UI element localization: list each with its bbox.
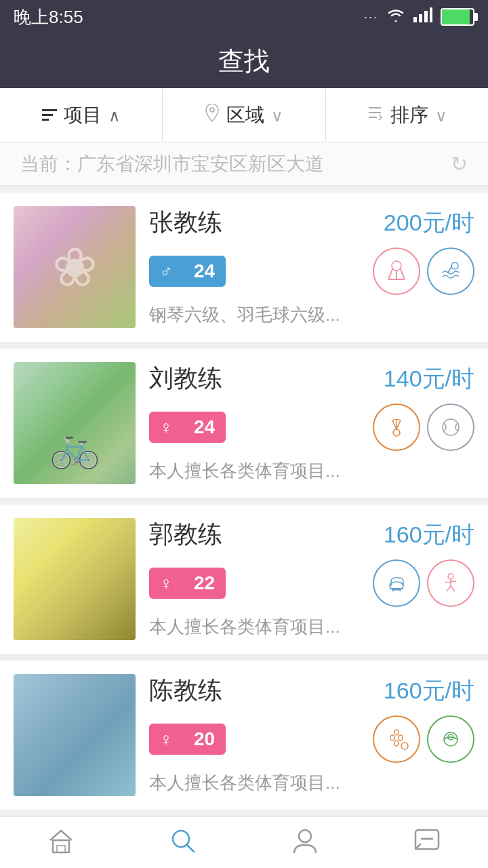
nav-home[interactable]: 首页 [0, 817, 122, 868]
gender-badge-3: ♀ 22 [149, 568, 226, 599]
coach-desc-2: 本人擅长各类体育项目... [149, 459, 474, 483]
message-icon [413, 828, 441, 860]
coach-name-row-4: 陈教练 160元/时 [149, 674, 474, 707]
gender-age-4: 20 [183, 724, 226, 755]
svg-point-37 [426, 838, 428, 840]
coach-thumb-4 [14, 674, 136, 796]
skating-icon [373, 559, 420, 607]
shuttlecock-icon [373, 403, 420, 451]
coach-gender-row-1: ♂ 24 [149, 248, 474, 295]
page-title: 查找 [218, 44, 270, 79]
coach-name-3: 郭教练 [149, 518, 222, 551]
svg-point-22 [394, 730, 399, 735]
filter-sort[interactable]: 排序 [326, 88, 488, 142]
menu-icon [42, 109, 57, 121]
coach-name-row-2: 刘教练 140元/时 [149, 362, 474, 395]
chevron-down-icon-region [271, 104, 283, 126]
sport-icons-4 [373, 715, 474, 763]
nav-profile[interactable]: 我的 [244, 817, 366, 868]
coach-name-2: 刘教练 [149, 362, 222, 395]
filter-category-label: 项目 [64, 102, 102, 128]
coach-desc-4: 本人擅长各类体育项目... [149, 771, 474, 795]
svg-point-38 [429, 838, 431, 840]
time: 晚上8:55 [14, 5, 83, 29]
sort-icon [366, 104, 384, 126]
svg-point-24 [399, 735, 403, 741]
coach-info-2: 刘教练 140元/时 ♀ 24 [149, 362, 474, 483]
coach-name-row-3: 郭教练 160元/时 [149, 518, 474, 551]
svg-point-21 [448, 574, 453, 579]
gender-icon-1: ♂ [149, 256, 183, 287]
swimming-icon [427, 248, 474, 295]
status-bar-right: ··· [364, 7, 474, 26]
svg-point-25 [394, 741, 399, 746]
sport-icons-2 [373, 403, 474, 451]
svg-point-16 [443, 419, 459, 435]
svg-line-32 [187, 845, 194, 852]
svg-point-8 [392, 261, 401, 271]
signal-bars-icon [413, 7, 432, 26]
svg-rect-3 [430, 7, 432, 22]
gender-icon-3: ♀ [149, 568, 183, 599]
coach-card-4[interactable]: 陈教练 160元/时 ♀ 20 [0, 660, 488, 810]
wifi-icon [386, 7, 405, 26]
svg-rect-29 [53, 840, 69, 852]
filter-bar: 项目 区域 排序 [0, 88, 488, 142]
svg-point-13 [451, 262, 458, 269]
coach-price-1: 200元/时 [384, 208, 474, 239]
hammock-icon [427, 715, 474, 763]
svg-point-23 [390, 735, 394, 741]
badminton-icon [373, 248, 420, 295]
gender-badge-1: ♂ 24 [149, 256, 226, 287]
svg-rect-0 [413, 17, 417, 22]
coach-thumb-1 [14, 206, 136, 328]
location-icon [205, 104, 220, 126]
yoga-icon [427, 559, 474, 607]
svg-point-4 [210, 108, 214, 112]
coach-info-3: 郭教练 160元/时 ♀ 22 [149, 518, 474, 639]
status-bar: 晚上8:55 ··· [0, 0, 488, 34]
coach-price-2: 140元/时 [384, 363, 474, 395]
gender-age-3: 22 [183, 568, 226, 599]
chevron-up-icon [108, 104, 121, 126]
svg-line-14 [448, 266, 452, 273]
gender-icon-2: ♀ [149, 412, 183, 443]
svg-rect-2 [424, 11, 428, 22]
svg-line-10 [401, 269, 405, 279]
bottom-nav: 首页 查找 我的 [0, 816, 488, 868]
gender-age-1: 24 [183, 256, 226, 287]
filter-category[interactable]: 项目 [0, 88, 163, 142]
svg-rect-1 [419, 14, 422, 22]
coach-desc-3: 本人擅长各类体育项目... [149, 615, 474, 639]
gender-age-2: 24 [183, 412, 226, 443]
coach-desc-1: 钢琴六级、羽毛球六级... [149, 303, 474, 327]
nav-message[interactable]: 消息 [366, 817, 488, 868]
svg-rect-30 [57, 846, 65, 852]
coach-card-3[interactable]: 郭教练 160元/时 ♀ 22 [0, 505, 488, 654]
coach-name-1: 张教练 [149, 206, 222, 239]
coach-info-1: 张教练 200元/时 ♂ 24 [149, 206, 474, 327]
nav-search[interactable]: 查找 [122, 817, 244, 868]
filter-region[interactable]: 区域 [163, 88, 325, 142]
coach-price-3: 160元/时 [384, 519, 474, 551]
coach-info-4: 陈教练 160元/时 ♀ 20 [149, 674, 474, 795]
filter-sort-label: 排序 [390, 102, 428, 128]
location-text: 当前：广东省深圳市宝安区新区大道 [20, 151, 324, 177]
coach-card-2[interactable]: 刘教练 140元/时 ♀ 24 [0, 349, 488, 498]
nav-home-label: 首页 [45, 865, 77, 868]
gender-icon-4: ♀ [149, 724, 183, 755]
sport-icons-1 [373, 248, 474, 295]
svg-point-36 [424, 838, 426, 840]
coach-thumb-3 [14, 518, 136, 640]
chevron-down-icon-sort [435, 104, 447, 126]
coach-name-row-1: 张教练 200元/时 [149, 206, 474, 239]
coach-list: 张教练 200元/时 ♂ 24 [0, 186, 488, 816]
battery-icon [441, 8, 474, 26]
coach-card-1[interactable]: 张教练 200元/时 ♂ 24 [0, 193, 488, 342]
svg-point-26 [401, 743, 408, 749]
coach-name-4: 陈教练 [149, 674, 222, 707]
refresh-icon[interactable]: ↻ [451, 152, 468, 176]
tennis-icon [427, 403, 474, 451]
sport-icons-3 [373, 559, 474, 607]
bowling-icon [373, 715, 420, 763]
